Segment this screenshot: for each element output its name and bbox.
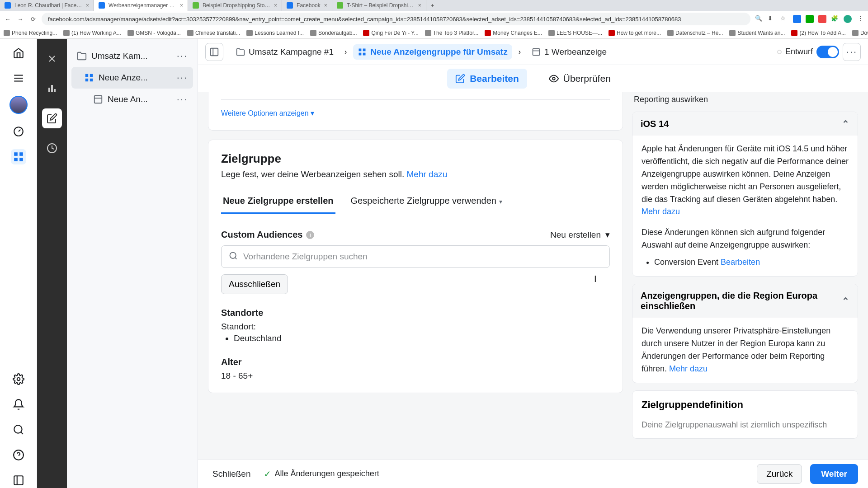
hamburger-icon[interactable] bbox=[11, 70, 26, 86]
panel-toggle-icon[interactable] bbox=[205, 43, 223, 61]
bookmark[interactable]: GMSN - Vologda... bbox=[127, 30, 181, 36]
create-new-dropdown[interactable]: Neu erstellen▾ bbox=[550, 230, 610, 240]
bookmark[interactable]: Lessons Learned f... bbox=[246, 30, 304, 36]
bookmark[interactable]: Datenschutz – Re... bbox=[667, 30, 723, 36]
chart-icon[interactable] bbox=[42, 79, 62, 99]
avatar[interactable] bbox=[9, 96, 28, 114]
new-tab-button[interactable]: ＋ bbox=[426, 1, 439, 9]
bookmark[interactable]: Sonderaufgab... bbox=[310, 30, 357, 36]
extension-icon[interactable] bbox=[806, 15, 814, 23]
close-icon[interactable]: × bbox=[418, 2, 421, 9]
show-more-options-link[interactable]: Weitere Optionen anzeigen ▾ bbox=[221, 109, 314, 117]
section-title: Zielgruppe bbox=[221, 152, 610, 166]
extension-icon[interactable] bbox=[793, 15, 801, 23]
browser-tab[interactable]: Facebook× bbox=[282, 0, 332, 11]
back-icon[interactable]: ← bbox=[4, 16, 12, 23]
bookmark[interactable]: Qing Fei De Yi - Y... bbox=[363, 30, 418, 36]
learn-more-link[interactable]: Mehr dazu bbox=[642, 207, 680, 216]
tab-edit[interactable]: Bearbeiten bbox=[447, 69, 527, 89]
browser-tab[interactable]: Leon R. Chaudhari | Facebook× bbox=[0, 0, 94, 11]
section-subtitle: Lege fest, wer deine Werbeanzeigen sehen… bbox=[221, 169, 610, 179]
menu-icon[interactable]: ⋮ bbox=[856, 15, 864, 23]
svg-rect-32 bbox=[363, 52, 366, 55]
more-icon[interactable]: ··· bbox=[177, 94, 188, 105]
svg-rect-19 bbox=[54, 89, 56, 92]
zoom-icon[interactable]: 🔍 bbox=[755, 15, 763, 23]
edit-conversion-link[interactable]: Bearbeiten bbox=[721, 258, 760, 267]
bookmark[interactable]: Money Changes E... bbox=[485, 30, 542, 36]
svg-rect-31 bbox=[359, 52, 362, 55]
svg-rect-6 bbox=[14, 158, 18, 161]
browser-tab[interactable]: Beispiel Dropshipping Store –× bbox=[188, 0, 282, 11]
bookmark[interactable]: Download - Cooki... bbox=[852, 30, 868, 36]
bookmark[interactable]: The Top 3 Platfor... bbox=[425, 30, 479, 36]
next-button[interactable]: Weiter bbox=[810, 464, 858, 484]
browser-tab[interactable]: Werbeanzeigenmanager – We× bbox=[94, 0, 188, 11]
bell-icon[interactable] bbox=[11, 397, 26, 412]
history-icon[interactable] bbox=[42, 138, 62, 158]
bookmark[interactable]: Student Wants an... bbox=[729, 30, 785, 36]
reload-icon[interactable]: ⟳ bbox=[29, 16, 37, 23]
home-icon[interactable] bbox=[11, 45, 26, 61]
exclude-button[interactable]: Ausschließen bbox=[221, 274, 288, 294]
edit-rail bbox=[37, 39, 67, 488]
bookmark[interactable]: LEE'S HOUSE—... bbox=[548, 30, 602, 36]
caret-down-icon: ▾ bbox=[499, 198, 502, 205]
status-toggle[interactable] bbox=[816, 46, 839, 58]
breadcrumb-campaign[interactable]: Umsatz Kampagne #1 bbox=[231, 44, 338, 60]
help-icon[interactable] bbox=[11, 447, 26, 463]
accordion-header[interactable]: iOS 14 ⌃ bbox=[632, 112, 858, 136]
more-icon[interactable]: ··· bbox=[177, 50, 188, 62]
puzzle-icon[interactable]: 🧩 bbox=[831, 15, 839, 23]
save-status: ✓ Alle Änderungen gespeichert bbox=[264, 469, 379, 479]
tree-ad[interactable]: Neue An... ··· bbox=[71, 89, 193, 110]
info-icon[interactable]: i bbox=[306, 231, 314, 239]
forward-icon[interactable]: → bbox=[16, 16, 24, 23]
url-bar[interactable]: facebook.com/adsmanager/manage/adsets/ed… bbox=[42, 13, 750, 25]
close-icon[interactable]: × bbox=[274, 2, 277, 9]
tab-new-audience[interactable]: Neue Zielgruppe erstellen bbox=[221, 191, 335, 214]
search-icon[interactable] bbox=[11, 422, 26, 437]
tree-campaign[interactable]: Umsatz Kam... ··· bbox=[71, 45, 193, 67]
back-button[interactable]: Zurück bbox=[757, 464, 802, 484]
close-icon[interactable]: × bbox=[86, 2, 89, 9]
more-icon[interactable]: ··· bbox=[177, 72, 188, 84]
bookmark[interactable]: Phone Recycling... bbox=[4, 30, 57, 36]
caret-down-icon: ▾ bbox=[311, 109, 314, 117]
learn-more-link[interactable]: Mehr dazu bbox=[407, 169, 448, 179]
chevron-up-icon: ⌃ bbox=[842, 296, 849, 306]
svg-rect-13 bbox=[14, 476, 23, 485]
tab-saved-audience[interactable]: Gespeicherte Zielgruppe verwenden▾ bbox=[349, 191, 504, 214]
audience-search-input[interactable] bbox=[221, 245, 610, 268]
edit-icon[interactable] bbox=[42, 108, 62, 128]
tab-review[interactable]: Überprüfen bbox=[541, 69, 619, 89]
profile-avatar[interactable] bbox=[844, 15, 852, 23]
download-icon[interactable]: ⬇ bbox=[768, 15, 776, 23]
close-icon[interactable]: × bbox=[324, 2, 327, 9]
ads-manager-icon[interactable] bbox=[11, 149, 26, 164]
chevron-right-icon: › bbox=[519, 48, 521, 56]
bookmark[interactable]: (1) How Working A... bbox=[63, 30, 121, 36]
close-icon[interactable]: × bbox=[180, 2, 183, 9]
close-button[interactable] bbox=[42, 49, 62, 69]
browser-tab[interactable]: T-Shirt – Beispiel Dropshippin× bbox=[332, 0, 426, 11]
breadcrumb-adset[interactable]: Neue Anzeigengruppe für Umsatz bbox=[353, 44, 512, 60]
collapse-icon[interactable] bbox=[11, 473, 26, 488]
svg-rect-27 bbox=[211, 48, 218, 56]
bookmark[interactable]: How to get more... bbox=[609, 30, 661, 36]
gear-icon[interactable] bbox=[11, 371, 26, 387]
extension-icon[interactable] bbox=[818, 15, 826, 23]
svg-point-36 bbox=[230, 253, 236, 258]
bookmark[interactable]: Chinese translati... bbox=[187, 30, 240, 36]
star-icon[interactable]: ☆ bbox=[780, 15, 788, 23]
locations-heading: Standorte bbox=[221, 308, 610, 318]
breadcrumb-ad[interactable]: 1 Werbeanzeige bbox=[527, 44, 611, 60]
close-button[interactable]: Schließen bbox=[208, 465, 255, 483]
accordion-header[interactable]: Anzeigengruppen, die die Region Europa e… bbox=[632, 284, 858, 318]
tree-adset[interactable]: Neue Anze... ··· bbox=[71, 67, 193, 89]
more-button[interactable]: ··· bbox=[843, 43, 861, 61]
footer-bar: Schließen ✓ Alle Änderungen gespeichert … bbox=[198, 459, 868, 488]
gauge-icon[interactable] bbox=[11, 124, 26, 139]
bookmark[interactable]: (2) How To Add A... bbox=[791, 30, 846, 36]
learn-more-link[interactable]: Mehr dazu bbox=[669, 364, 708, 373]
